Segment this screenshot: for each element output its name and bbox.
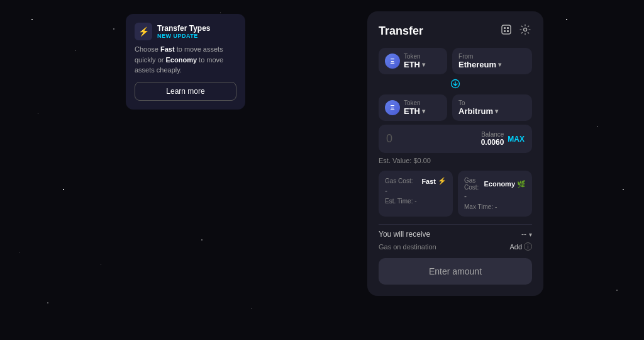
svg-rect-0 (502, 25, 511, 34)
star (201, 239, 203, 241)
gas-destination-label: Gas on destination (379, 243, 436, 251)
settings-button[interactable] (518, 23, 532, 39)
to-chain-label: To (458, 99, 498, 106)
star (38, 113, 38, 114)
gas-fast-card[interactable]: Gas Cost: Fast ⚡ - Est. Time: - (379, 171, 453, 217)
gas-fast-time: Est. Time: - (385, 198, 447, 205)
from-token-value: ETH ▾ (404, 60, 425, 69)
from-token-arrow: ▾ (422, 61, 425, 68)
from-token-label: Token (404, 53, 425, 60)
star (31, 19, 33, 20)
star (220, 13, 221, 13)
settings-icon (519, 24, 531, 35)
from-token-info: Token ETH ▾ (404, 53, 425, 69)
history-icon (501, 24, 512, 35)
est-value: Est. Value: $0.00 (379, 157, 532, 164)
transfer-panel: Transfer Ξ To (367, 11, 543, 296)
star (19, 252, 19, 252)
from-token-select[interactable]: Ξ Token ETH ▾ (379, 48, 447, 74)
tooltip-header: ⚡ Transfer Types NEW UPDATE (135, 23, 236, 40)
star (63, 189, 64, 190)
to-chain-arrow: ▾ (495, 108, 498, 115)
amount-row: Balance 0.0060 MAX (379, 125, 532, 153)
from-token-row: Ξ Token ETH ▾ From Ethereum ▾ (379, 48, 532, 74)
fast-lightning-icon: ⚡ (438, 177, 447, 185)
gas-economy-value: - (464, 192, 526, 201)
from-chain-arrow: ▾ (498, 61, 501, 68)
gas-fast-cost-label: Gas Cost: (385, 178, 413, 184)
to-token-arrow: ▾ (422, 108, 425, 115)
swap-icon (450, 78, 461, 89)
from-eth-icon: Ξ (385, 54, 400, 69)
svg-rect-2 (507, 27, 509, 29)
to-token-info: Token ETH ▾ (404, 99, 425, 116)
star (623, 189, 624, 190)
gas-options-row: Gas Cost: Fast ⚡ - Est. Time: - Gas Cost… (379, 171, 532, 217)
tooltip-card: ⚡ Transfer Types NEW UPDATE Choose Fast … (126, 14, 245, 110)
amount-input[interactable] (386, 132, 436, 145)
panel-header: Transfer (379, 23, 532, 39)
to-chain-select[interactable]: To Arbitrum ▾ (452, 94, 532, 121)
from-chain-value: Ethereum ▾ (458, 60, 501, 69)
tooltip-badge: NEW UPDATE (157, 33, 210, 39)
tooltip-title: Transfer Types (157, 24, 210, 33)
panel-icons (499, 23, 532, 39)
transfer-types-icon: ⚡ (135, 23, 152, 40)
swap-center (379, 78, 532, 92)
gas-fast-type: Fast ⚡ (421, 177, 447, 185)
balance-label: Balance (481, 131, 504, 138)
from-chain-select[interactable]: From Ethereum ▾ (452, 48, 532, 74)
to-chain-value: Arbitrum ▾ (458, 106, 498, 116)
star (113, 28, 114, 30)
gas-economy-type: Economy 🌿 (484, 180, 526, 188)
to-chain-info: To Arbitrum ▾ (458, 99, 498, 116)
swap-button[interactable] (450, 78, 461, 92)
to-eth-icon: Ξ (385, 100, 400, 115)
receive-value: -- ▾ (521, 230, 532, 239)
svg-rect-1 (504, 27, 506, 29)
star (75, 50, 76, 51)
max-button[interactable]: MAX (508, 135, 525, 144)
learn-more-button[interactable]: Learn more (135, 82, 236, 101)
add-gas-button[interactable]: Add i (509, 242, 532, 251)
divider (379, 224, 532, 225)
economy-leaf-icon: 🌿 (517, 180, 526, 188)
from-chain-label: From (458, 53, 501, 60)
gas-fast-value: - (385, 186, 447, 195)
svg-point-5 (524, 28, 527, 31)
star (616, 290, 618, 291)
to-token-label: Token (404, 99, 425, 106)
receive-row: You will receive -- ▾ (379, 230, 532, 239)
tooltip-fast-text: Fast (160, 45, 175, 53)
from-chain-info: From Ethereum ▾ (458, 53, 501, 69)
star (101, 264, 101, 265)
balance-section: Balance 0.0060 MAX (481, 131, 525, 147)
tooltip-body-part1: Choose (135, 45, 160, 53)
to-token-value: ETH ▾ (404, 106, 425, 116)
receive-chevron-icon: ▾ (529, 231, 532, 238)
panel-title: Transfer (379, 25, 423, 38)
gas-fast-header: Gas Cost: Fast ⚡ (385, 177, 447, 185)
star (47, 302, 48, 303)
gas-economy-header: Gas Cost: Economy 🌿 (464, 177, 526, 191)
star (566, 19, 567, 20)
tooltip-economy-text: Economy (166, 56, 197, 64)
info-icon: i (524, 242, 532, 251)
star (252, 309, 252, 309)
svg-rect-3 (504, 30, 506, 32)
svg-rect-4 (507, 30, 509, 32)
enter-amount-button[interactable]: Enter amount (379, 258, 532, 285)
receive-label: You will receive (379, 230, 430, 239)
gas-destination-row: Gas on destination Add i (379, 242, 532, 251)
gas-economy-time: Max Time: - (464, 203, 526, 210)
starfield (0, 0, 644, 340)
tooltip-body: Choose Fast to move assets quickly or Ec… (135, 44, 236, 76)
balance-info: Balance 0.0060 (481, 131, 504, 147)
gas-economy-card[interactable]: Gas Cost: Economy 🌿 - Max Time: - (458, 171, 532, 217)
balance-value: 0.0060 (481, 138, 504, 147)
to-token-select[interactable]: Ξ Token ETH ▾ (379, 94, 447, 121)
tooltip-title-group: Transfer Types NEW UPDATE (157, 24, 210, 39)
history-button[interactable] (499, 23, 513, 39)
star (597, 126, 598, 127)
to-token-row: Ξ Token ETH ▾ To Arbitrum ▾ (379, 94, 532, 121)
